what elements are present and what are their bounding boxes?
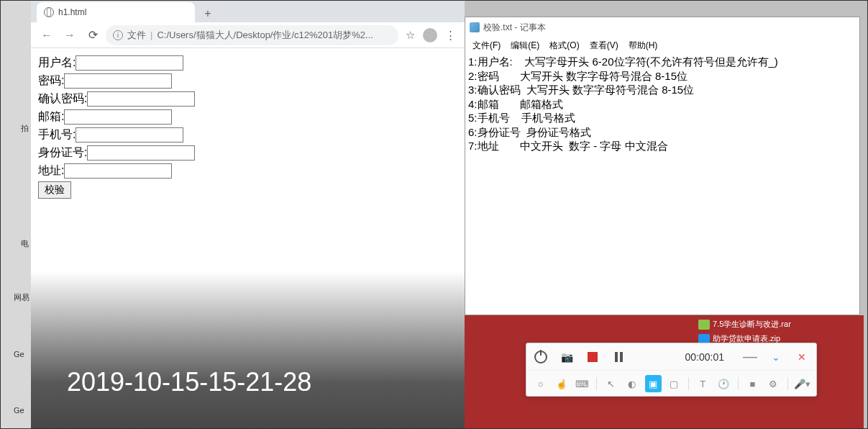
tool-pointer[interactable]: ☝ <box>553 375 570 392</box>
url-prefix: 文件 <box>127 29 146 42</box>
menu-icon[interactable]: ⋮ <box>442 27 459 44</box>
screen-recorder: 00:00:01 — ⌄ ✕ ○ ☝ ⌨ ↖ ◐ ▣ ▢ T 🕐 ■ ⚙ 🎤▾ <box>526 343 817 397</box>
minimize-button[interactable]: — <box>743 350 757 364</box>
sidebar-label: 拍 <box>21 123 29 134</box>
stop-button[interactable] <box>585 350 600 364</box>
menu-format[interactable]: 格式(O) <box>545 38 583 53</box>
sidebar-label: Ge <box>14 406 24 415</box>
confirm-password-input[interactable] <box>87 91 195 107</box>
tool-clock[interactable]: 🕐 <box>716 375 732 392</box>
phone-input[interactable] <box>76 127 183 143</box>
email-input[interactable] <box>64 109 172 125</box>
desktop-file[interactable]: 7.5学生诊断与改进.rar <box>698 319 791 330</box>
bookmark-icon[interactable]: ☆ <box>401 27 419 44</box>
password-input[interactable] <box>64 73 172 89</box>
notepad-title-text: 校验.txt - 记事本 <box>483 22 546 34</box>
validate-button[interactable]: 校验 <box>38 181 71 199</box>
password-label: 密码: <box>38 73 64 89</box>
forward-button[interactable]: → <box>60 25 80 45</box>
sidebar-label: 网易 <box>14 292 29 303</box>
tool-window[interactable]: ▢ <box>666 375 682 392</box>
notepad-titlebar[interactable]: 校验.txt - 记事本 <box>465 17 859 37</box>
tool-circle[interactable]: ○ <box>532 375 549 392</box>
tool-keyboard[interactable]: ⌨ <box>574 375 590 392</box>
close-button[interactable]: ✕ <box>795 350 809 364</box>
menu-file[interactable]: 文件(F) <box>468 38 505 53</box>
chrome-window: h1.html + ← → ⟳ i 文件 | C:/Users/猫猫大人/Des… <box>31 1 465 429</box>
url-text: C:/Users/猫猫大人/Desktop/作业/c12%201胡梦%2... <box>157 29 391 42</box>
globe-icon <box>44 7 54 17</box>
timestamp-overlay: 2019-10-15-15-21-28 <box>67 367 311 397</box>
tool-settings[interactable]: ⚙ <box>765 375 782 392</box>
notepad-content[interactable]: 1:用户名: 大写字母开头 6-20位字符(不允许有符号但是允许有_) 2:密码… <box>465 53 859 315</box>
chrome-tab-bar: h1.html + <box>31 1 465 22</box>
notepad-menubar: 文件(F) 编辑(E) 格式(O) 查看(V) 帮助(H) <box>465 37 859 53</box>
username-input[interactable] <box>76 55 183 71</box>
recording-time: 00:00:01 <box>637 351 731 363</box>
browser-tab[interactable]: h1.html <box>37 2 195 22</box>
idcard-label: 身份证号: <box>38 145 87 161</box>
power-button[interactable] <box>534 350 548 364</box>
email-label: 邮箱: <box>38 109 64 125</box>
sidebar-label: Ge <box>14 350 24 358</box>
confirm-password-label: 确认密码: <box>38 91 87 107</box>
new-tab-button[interactable]: + <box>199 5 216 22</box>
pause-button[interactable] <box>611 350 626 364</box>
tool-folder[interactable]: ■ <box>744 375 761 392</box>
menu-view[interactable]: 查看(V) <box>585 38 623 53</box>
info-icon: i <box>113 30 123 40</box>
menu-help[interactable]: 帮助(H) <box>624 38 662 53</box>
tool-cursor[interactable]: ↖ <box>603 375 619 392</box>
expand-button[interactable]: ⌄ <box>769 350 783 364</box>
back-button[interactable]: ← <box>37 25 57 45</box>
address-bar[interactable]: i 文件 | C:/Users/猫猫大人/Desktop/作业/c12%201胡… <box>106 25 398 45</box>
tool-mic[interactable]: 🎤▾ <box>794 375 810 392</box>
user-icon[interactable] <box>421 27 439 44</box>
phone-label: 手机号: <box>38 127 76 143</box>
tool-region[interactable]: ▣ <box>645 375 662 392</box>
tab-title: h1.html <box>58 7 86 17</box>
tool-text[interactable]: T <box>695 375 711 392</box>
notepad-icon <box>470 22 480 32</box>
address-label: 地址: <box>38 163 64 179</box>
menu-edit[interactable]: 编辑(E) <box>506 38 544 53</box>
chrome-toolbar: ← → ⟳ i 文件 | C:/Users/猫猫大人/Desktop/作业/c1… <box>31 22 465 48</box>
username-label: 用户名: <box>38 55 76 71</box>
notepad-window: 校验.txt - 记事本 文件(F) 编辑(E) 格式(O) 查看(V) 帮助(… <box>465 17 860 315</box>
address-input[interactable] <box>64 163 172 179</box>
tool-highlight[interactable]: ◐ <box>623 375 640 392</box>
camera-button[interactable] <box>559 350 574 364</box>
reload-button[interactable]: ⟳ <box>83 25 103 45</box>
sidebar-label: 电 <box>21 238 29 249</box>
idcard-input[interactable] <box>87 145 195 161</box>
